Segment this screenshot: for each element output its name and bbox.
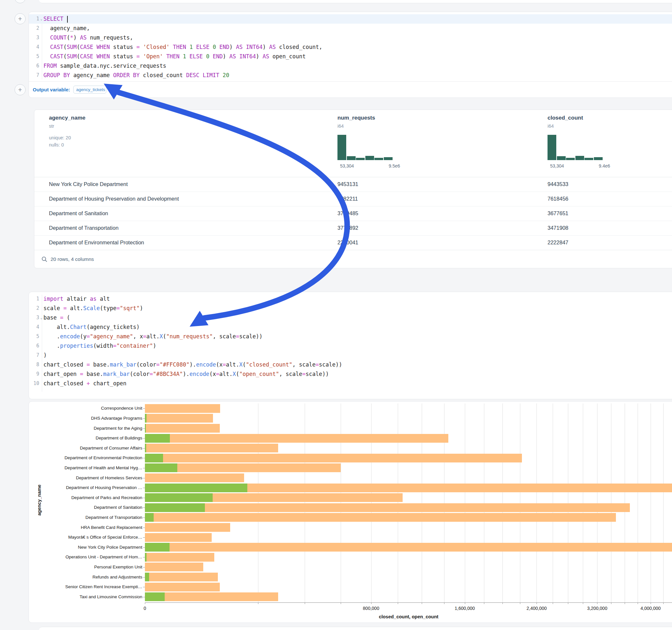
y-axis-tick [143, 408, 145, 409]
gridline [651, 404, 651, 602]
add-cell-button-1[interactable]: + [15, 13, 26, 24]
column-header: agency_name [49, 115, 85, 121]
x-axis-tick-label: 2,400,000 [526, 606, 547, 611]
y-axis-label: Department of Consumer Affairs [80, 445, 142, 451]
bar-closed [145, 424, 220, 433]
code-text: SELECT [44, 14, 68, 24]
code-text: CAST(SUM(CASE WHEN status = 'Open' THEN … [44, 52, 306, 61]
y-axis-label: Senior Citizen Rent Increase Exempti… [65, 584, 142, 589]
table-cell: 7618456 [548, 192, 568, 206]
code-line[interactable]: 1⌄SELECT [29, 14, 672, 24]
bar-open [145, 434, 170, 443]
code-text: COUNT(*) AS num_requests, [44, 33, 133, 43]
y-axis-label: Personal Exemption Unit [94, 564, 142, 570]
line-number: 5 [31, 52, 39, 61]
bar-open [145, 553, 146, 562]
bar-open [145, 463, 177, 472]
y-axis-tick [143, 567, 145, 567]
code-line[interactable]: 10chart_closed + chart_open [29, 379, 672, 388]
code-text: import altair as alt [44, 294, 110, 304]
x-axis-tick-label: 0 [144, 606, 146, 611]
sql-code-editor[interactable]: 1⌄SELECT 2 agency_name,3 COUNT(*) AS num… [29, 14, 672, 80]
code-text: alt.Chart(agency_tickets) [44, 322, 140, 332]
bar-open [145, 454, 163, 462]
dataframe-output: 20 rows, 4 columns agency_namestrunique:… [34, 110, 672, 268]
code-text: ) [44, 350, 47, 360]
bar-closed [145, 414, 213, 422]
y-axis-label: Department for the Aging [94, 426, 142, 431]
table-cell: 9443533 [548, 177, 568, 192]
table-cell: Department of Housing Preservation and D… [49, 192, 179, 206]
y-axis-tick [143, 597, 145, 597]
code-line[interactable]: 7) [29, 350, 672, 360]
code-line[interactable]: 7GROUP BY agency_name ORDER BY closed_co… [29, 71, 672, 80]
y-axis-label: Refunds and Adjustments [92, 575, 142, 579]
bar-closed [145, 434, 448, 443]
table-cell: 9453131 [337, 177, 358, 192]
code-line[interactable]: 3⌄base = ( [29, 313, 672, 322]
bar-open [145, 573, 149, 581]
code-line[interactable]: 4 CAST(SUM(CASE WHEN status = 'Closed' T… [29, 43, 672, 52]
y-axis-tick [143, 508, 145, 508]
histogram-min-label: 53,304 [340, 163, 354, 169]
y-axis-label: Correspondence Unit [101, 406, 142, 411]
python-code-editor[interactable]: 1import altair as alt2scale = alt.Scale(… [29, 294, 672, 388]
add-cell-button-top[interactable]: + [15, 0, 26, 3]
code-line[interactable]: 5 .encode(y="agency_name", x=alt.X("num_… [29, 332, 672, 341]
column-histogram [548, 135, 603, 160]
table-footer: 20 rows, 4 columns [34, 250, 672, 269]
output-variable-bar: Output variable: agency_tickets [29, 81, 672, 98]
search-icon[interactable] [42, 256, 47, 262]
code-line[interactable]: 2 agency_name, [29, 24, 672, 33]
code-text: agency_name, [44, 24, 90, 33]
y-axis-label: Department of Transportation [85, 515, 142, 520]
bar-open [145, 444, 146, 453]
histogram-max-label: 9.4e6 [599, 163, 610, 169]
bar-open [145, 414, 146, 422]
code-text: FROM sample_data.nyc.service_requests [44, 61, 166, 71]
y-axis-label: Department of Homeless Services [76, 476, 142, 480]
y-axis-tick [143, 528, 145, 528]
collapse-chevron-icon[interactable]: ⌄ [39, 14, 44, 24]
code-text: GROUP BY agency_name ORDER BY closed_cou… [44, 71, 229, 80]
code-line[interactable]: 3 COUNT(*) AS num_requests, [29, 33, 672, 43]
line-number: 3 [31, 313, 39, 322]
y-axis-tick [143, 577, 145, 578]
bar-closed [145, 553, 214, 562]
code-line[interactable]: 2scale = alt.Scale(type="sqrt") [29, 304, 672, 313]
code-line[interactable]: 8chart_closed = base.mark_bar(color="#FF… [29, 360, 672, 369]
bar-closed [145, 474, 244, 482]
y-axis-tick [143, 498, 145, 498]
bar-closed [145, 573, 218, 581]
line-number: 9 [31, 369, 39, 379]
line-number: 5 [31, 332, 39, 341]
code-line[interactable]: 6FROM sample_data.nyc.service_requests [29, 61, 672, 71]
code-line[interactable]: 1import altair as alt [29, 294, 672, 304]
add-cell-button-2[interactable]: + [15, 84, 26, 95]
text-cursor [67, 16, 68, 23]
table-cell: 2240041 [337, 235, 358, 250]
line-number: 1 [31, 294, 39, 304]
chart-output: Correspondence UnitDHS Advantage Program… [28, 401, 672, 623]
y-axis-label: Operations Unit - Department of Hom… [66, 555, 142, 559]
bar-open [145, 493, 213, 502]
x-axis-line [145, 602, 672, 603]
y-axis-tick [143, 488, 145, 488]
code-line[interactable]: 6 .properties(width="container") [29, 341, 672, 350]
output-variable-chip[interactable]: agency_tickets [73, 86, 106, 94]
column-histogram [337, 135, 392, 160]
sql-cell[interactable]: 1⌄SELECT 2 agency_name,3 COUNT(*) AS num… [28, 12, 672, 98]
collapse-chevron-icon[interactable]: ⌄ [39, 313, 44, 322]
table-row: New York City Police Department945313194… [34, 177, 672, 192]
python-cell[interactable]: 1import altair as alt2scale = alt.Scale(… [28, 292, 672, 399]
table-cell: Department of Environmental Protection [49, 235, 144, 250]
code-line[interactable]: 5 CAST(SUM(CASE WHEN status = 'Open' THE… [29, 52, 672, 61]
code-line[interactable]: 4 alt.Chart(agency_tickets) [29, 322, 672, 332]
y-axis-label: New York City Police Department [78, 545, 142, 550]
y-axis-label: Department of Parks and Recreation [71, 495, 142, 500]
table-cell: 2222847 [548, 235, 568, 250]
line-number: 10 [31, 379, 39, 388]
y-axis-label: Department of Health and Mental Hyg… [65, 465, 142, 470]
y-axis-tick [143, 557, 145, 557]
code-line[interactable]: 9chart_open = base.mark_bar(color="#8BC3… [29, 369, 672, 379]
